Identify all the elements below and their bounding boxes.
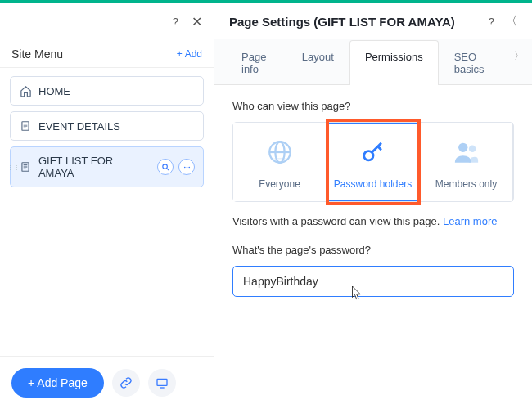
svg-line-9 (166, 168, 169, 170)
helper-text: Visitors with a password can view this p… (232, 215, 514, 227)
members-icon (453, 137, 480, 167)
page-item-label: GIFT LIST FOR AMAYA (38, 155, 151, 179)
settings-tabs: Page info Layout Permissions SEO basics … (214, 39, 532, 85)
page-item-gift-list[interactable]: ⋮⋮ GIFT LIST FOR AMAYA (10, 146, 204, 187)
add-menu-item-link[interactable]: + Add (177, 48, 202, 60)
page-icon (19, 160, 32, 173)
site-menu-header: Site Menu + Add (0, 39, 214, 68)
option-everyone[interactable]: Everyone (233, 123, 327, 201)
svg-point-20 (468, 146, 476, 153)
link-icon[interactable] (112, 369, 140, 397)
close-icon[interactable]: ✕ (192, 14, 202, 29)
svg-point-12 (188, 166, 190, 168)
tabs-scroll-right[interactable]: 〉 (506, 39, 532, 84)
visibility-options: Everyone Password holders Members only (232, 122, 514, 202)
globe-icon (266, 137, 294, 167)
help-icon[interactable]: ? (173, 16, 178, 28)
page-settings-panel: Page Settings (GIFT LIST FOR AMAYA) ? 〈 … (214, 3, 532, 409)
site-menu-title: Site Menu (11, 47, 63, 61)
key-icon (359, 137, 387, 167)
drag-handle-icon[interactable]: ⋮⋮ (9, 147, 17, 187)
site-menu-panel: ? ✕ Site Menu + Add HOME EVENT DETAILS (0, 3, 214, 409)
page-search-icon[interactable] (157, 159, 174, 175)
tab-layout[interactable]: Layout (286, 40, 349, 85)
left-footer: + Add Page (0, 356, 214, 409)
page-more-icon[interactable] (178, 159, 195, 175)
page-settings-title: Page Settings (GIFT LIST FOR AMAYA) (229, 15, 477, 29)
option-label: Members only (435, 178, 497, 190)
desktop-icon[interactable] (148, 369, 176, 397)
option-label: Everyone (259, 178, 300, 190)
option-label: Password holders (334, 178, 412, 190)
svg-point-18 (363, 151, 372, 160)
page-item-label: EVENT DETAILS (38, 120, 120, 133)
option-members-only[interactable]: Members only (420, 123, 513, 201)
chevron-left-icon[interactable]: 〈 (506, 14, 517, 29)
password-input[interactable] (232, 266, 514, 297)
left-header: ? ✕ (0, 3, 214, 39)
page-item-event-details[interactable]: EVENT DETAILS (10, 111, 204, 141)
page-item-home[interactable]: HOME (10, 76, 204, 106)
who-can-view-label: Who can view this page? (232, 100, 514, 112)
svg-rect-13 (157, 379, 167, 385)
svg-point-19 (458, 143, 467, 152)
plus-icon: + (177, 48, 183, 60)
help-icon[interactable]: ? (489, 16, 494, 28)
svg-point-11 (186, 166, 187, 168)
password-label: What's the page's password? (232, 244, 514, 256)
right-header: Page Settings (GIFT LIST FOR AMAYA) ? 〈 (214, 3, 532, 39)
home-icon (19, 84, 32, 97)
svg-point-10 (183, 166, 185, 168)
permissions-panel: Who can view this page? Everyone Passwor… (214, 85, 532, 409)
learn-more-link[interactable]: Learn more (443, 215, 497, 227)
svg-point-8 (162, 164, 167, 169)
tab-permissions[interactable]: Permissions (349, 40, 439, 85)
page-item-label: HOME (38, 85, 70, 97)
add-page-button[interactable]: + Add Page (11, 368, 104, 398)
page-list: HOME EVENT DETAILS ⋮⋮ GIFT LIST FOR AMAY… (0, 68, 214, 356)
page-icon (19, 119, 32, 133)
tab-page-info[interactable]: Page info (226, 40, 286, 85)
tab-seo-basics[interactable]: SEO basics (439, 40, 506, 85)
option-password-holders[interactable]: Password holders (327, 123, 420, 201)
